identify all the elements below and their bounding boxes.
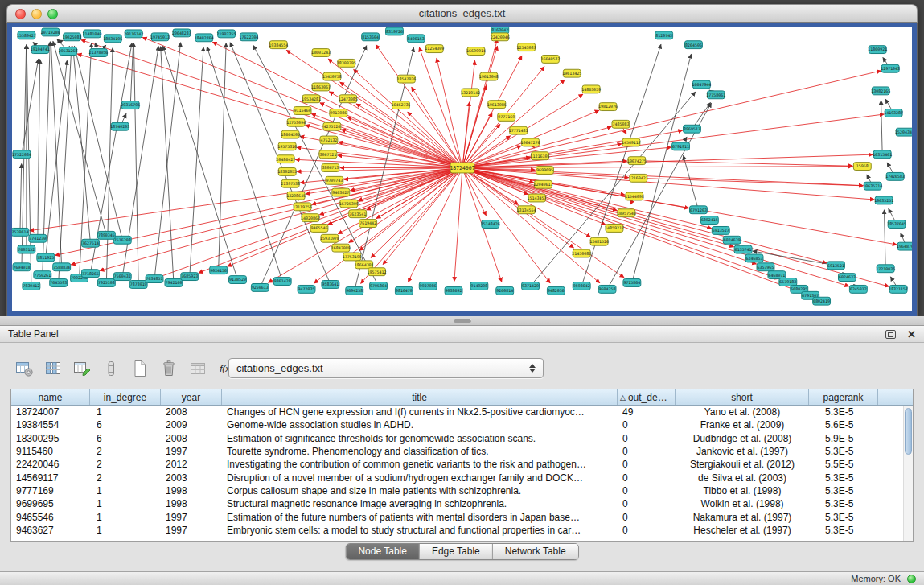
network-node[interactable]: 18547036 bbox=[396, 75, 416, 83]
network-node[interactable]: 10635214 bbox=[863, 182, 882, 190]
network-node[interactable]: 16647944 bbox=[692, 80, 711, 89]
scrollbar-thumb[interactable] bbox=[905, 408, 912, 455]
table-row[interactable]: 977716911998Corpus callosum shape and si… bbox=[11, 484, 913, 497]
network-node[interactable]: 7627514 bbox=[82, 239, 100, 247]
network-node[interactable]: 19648707 bbox=[897, 242, 912, 250]
network-node[interactable]: 6791203 bbox=[689, 206, 707, 214]
minimize-button[interactable] bbox=[31, 9, 42, 19]
column-header-title[interactable]: title bbox=[222, 389, 618, 405]
network-node[interactable]: 9709743 bbox=[326, 176, 343, 184]
network-node[interactable]: 9604258 bbox=[598, 285, 616, 293]
network-node[interactable]: 10647276 bbox=[521, 138, 540, 146]
network-node[interactable]: 16842089 bbox=[331, 244, 351, 252]
network-node[interactable]: 8969517 bbox=[684, 125, 701, 133]
network-node[interactable]: 6357965 bbox=[757, 263, 774, 271]
network-node[interactable]: 11544098 bbox=[625, 192, 644, 200]
column-header-pagerank[interactable]: pagerank bbox=[809, 389, 878, 405]
network-node[interactable]: 7645593 bbox=[50, 279, 68, 287]
network-node[interactable]: 9593642 bbox=[573, 282, 590, 290]
network-node[interactable]: 7718265 bbox=[82, 270, 100, 278]
network-node[interactable]: 18402764 bbox=[195, 34, 214, 42]
network-node[interactable]: 19613048 bbox=[479, 72, 499, 80]
network-node[interactable]: 20531268 bbox=[59, 47, 78, 56]
close-panel-icon[interactable]: ✕ bbox=[907, 329, 916, 340]
network-node[interactable]: 8319726 bbox=[386, 27, 404, 35]
network-node[interactable]: 12971043 bbox=[881, 64, 900, 72]
network-node[interactable]: 7588834 bbox=[53, 263, 71, 271]
delete-icon[interactable] bbox=[158, 358, 179, 380]
network-node[interactable]: 7830412 bbox=[23, 282, 40, 290]
network-node[interactable]: 9472035 bbox=[298, 285, 315, 293]
column-header-in_degree[interactable]: in_degree bbox=[90, 389, 161, 405]
table-selector[interactable]: citations_edges.txt bbox=[228, 358, 544, 378]
network-node[interactable]: 6791911 bbox=[672, 142, 690, 150]
network-node[interactable]: 6024639 bbox=[723, 236, 741, 244]
network-node[interactable]: 16725309 bbox=[339, 200, 359, 208]
network-node[interactable]: 6913527 bbox=[712, 226, 729, 234]
network-node[interactable]: 18834105 bbox=[103, 35, 122, 43]
network-node[interactable]: 7516208 bbox=[113, 236, 131, 244]
network-node[interactable]: 14569117 bbox=[622, 138, 641, 146]
network-node[interactable]: 7694018 bbox=[13, 263, 31, 271]
network-node[interactable]: 12543087 bbox=[517, 43, 536, 51]
table-row[interactable]: 2242004622012Investigating the contribut… bbox=[11, 458, 913, 471]
edit-table-icon[interactable] bbox=[71, 358, 92, 380]
network-node[interactable]: 13210142 bbox=[461, 89, 480, 97]
network-node[interactable]: 9465546 bbox=[310, 225, 328, 233]
network-node[interactable]: 9260814 bbox=[496, 286, 514, 295]
network-node[interactable]: 13082165 bbox=[871, 87, 890, 95]
network-node[interactable]: 15420758 bbox=[322, 72, 342, 80]
network-node[interactable]: 9149208 bbox=[470, 282, 488, 290]
network-node[interactable]: 9913086 bbox=[330, 109, 347, 117]
network-node[interactable]: 19613425 bbox=[562, 69, 581, 77]
network-node[interactable]: 14193287 bbox=[884, 109, 903, 117]
network-node[interactable]: 9138520 bbox=[229, 276, 247, 284]
network-node[interactable]: 9927086 bbox=[419, 282, 437, 290]
network-node[interactable]: 21481040 bbox=[83, 30, 102, 38]
tab-node-table[interactable]: Node Table bbox=[346, 544, 419, 559]
network-node[interactable]: 15589427 bbox=[17, 31, 36, 39]
network-node[interactable]: 9583641 bbox=[322, 281, 339, 289]
tab-network-table[interactable]: Network Table bbox=[492, 544, 578, 559]
network-node[interactable]: 11863067 bbox=[311, 83, 331, 91]
network-node[interactable]: 6024633 bbox=[838, 274, 856, 282]
network-node[interactable]: 21397538 bbox=[281, 179, 300, 187]
network-node[interactable]: 18601243 bbox=[311, 49, 331, 57]
network-node[interactable]: 17771435 bbox=[509, 126, 528, 134]
network-node[interactable]: 20486427 bbox=[276, 155, 295, 163]
network-node[interactable]: 20116142 bbox=[124, 30, 143, 38]
network-node[interactable]: 9115460 bbox=[294, 107, 311, 115]
network-node[interactable]: 16640532 bbox=[540, 56, 560, 64]
table-settings-icon[interactable] bbox=[13, 358, 35, 380]
network-node[interactable]: 7619442 bbox=[359, 220, 377, 228]
network-node[interactable]: 9694258 bbox=[346, 286, 363, 295]
network-node[interactable]: 7890345 bbox=[97, 231, 115, 239]
network-node[interactable]: 17522034 bbox=[12, 150, 31, 159]
network-node[interactable]: 7925108 bbox=[97, 279, 115, 287]
network-node[interactable]: 9038692 bbox=[445, 286, 462, 295]
network-node[interactable]: 9361428 bbox=[273, 278, 291, 286]
column-header-out_degree[interactable]: △out_de… bbox=[618, 389, 676, 405]
network-node[interactable]: 10635251 bbox=[874, 196, 893, 204]
network-node[interactable]: 7942160 bbox=[165, 279, 183, 287]
network-node[interactable]: 19534281 bbox=[302, 95, 321, 103]
network-node[interactable]: 7623541 bbox=[349, 210, 367, 218]
network-node[interactable]: 21378056 bbox=[88, 49, 108, 57]
network-node[interactable]: 22420046 bbox=[491, 33, 510, 41]
network-node[interactable]: 12753094 bbox=[286, 118, 306, 126]
network-node[interactable]: 7634851 bbox=[146, 275, 163, 283]
network-node[interactable]: 14863059 bbox=[581, 85, 601, 93]
network-node[interactable]: 4275126 bbox=[323, 122, 341, 130]
network-node[interactable]: 18724007 bbox=[450, 163, 474, 173]
network-node[interactable]: 9024156 bbox=[210, 266, 228, 274]
table-row[interactable]: 911546021997Tourette syndrome. Phenomeno… bbox=[11, 445, 913, 458]
network-node[interactable]: 10074275 bbox=[627, 157, 647, 165]
network-node[interactable]: 17210035 bbox=[876, 265, 895, 273]
network-node[interactable]: 17622304 bbox=[239, 33, 258, 41]
network-node[interactable]: 21903355 bbox=[217, 30, 236, 38]
network-node[interactable]: 18957546 bbox=[617, 209, 636, 217]
network-node[interactable]: 3067121 bbox=[319, 150, 337, 159]
network-node[interactable]: 8153604 bbox=[362, 33, 380, 41]
network-node[interactable]: 9699695 bbox=[536, 167, 554, 175]
network-node[interactable]: 19575316 bbox=[277, 142, 297, 150]
